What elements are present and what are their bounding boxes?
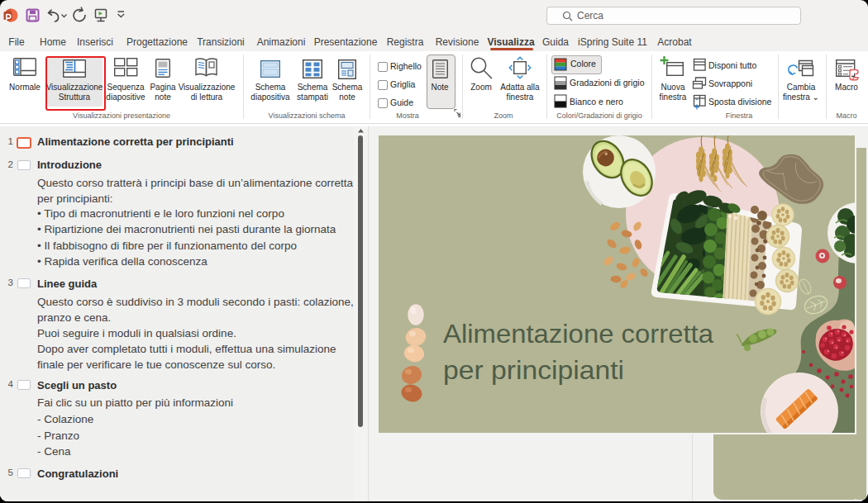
svg-text:Alimentazione corretta: Alimentazione corretta bbox=[443, 319, 713, 349]
svg-text:per principianti: per principianti bbox=[443, 355, 624, 385]
